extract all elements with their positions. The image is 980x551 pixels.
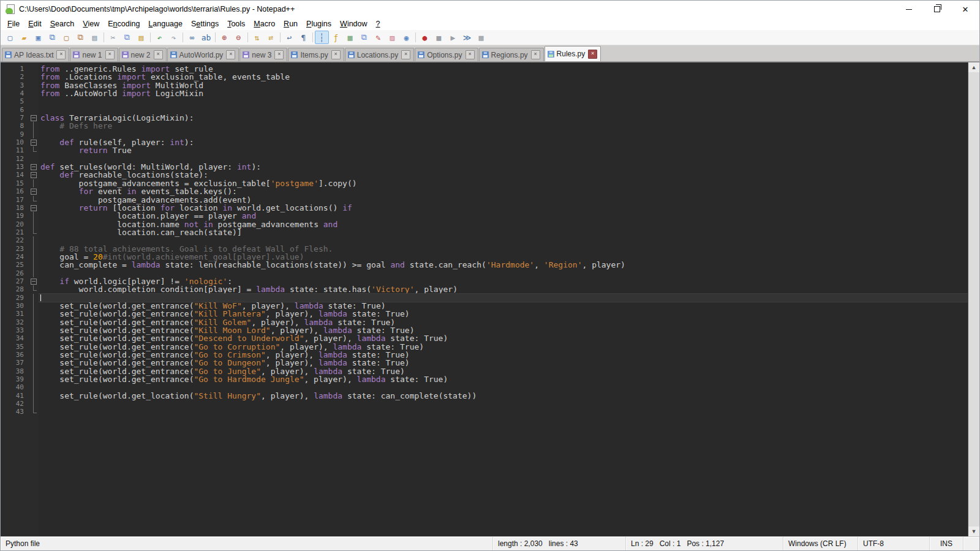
sync-vertical-icon[interactable]: ⇅ bbox=[250, 31, 264, 44]
code-line-30[interactable]: set_rule(world.get_entrance("Kill WoF", … bbox=[39, 302, 968, 310]
indent-guide-icon[interactable]: ┆ bbox=[315, 31, 329, 44]
code-line-28[interactable]: world.completion_condition[player] = lam… bbox=[39, 285, 968, 293]
menu-encoding[interactable]: Encoding bbox=[104, 18, 144, 29]
document-switcher-icon[interactable]: ⧉ bbox=[357, 31, 371, 44]
zoom-out-icon[interactable]: ⊖ bbox=[232, 31, 246, 44]
fold-marker[interactable] bbox=[29, 187, 39, 195]
code-line-9[interactable] bbox=[39, 130, 968, 138]
minimize-button[interactable] bbox=[895, 1, 923, 18]
tab-close-icon[interactable]: × bbox=[331, 50, 341, 59]
macro-play-icon[interactable]: ▶ bbox=[446, 31, 460, 44]
code-line-20[interactable]: location.name not in postgame_advancemen… bbox=[39, 220, 968, 228]
code-line-40[interactable] bbox=[39, 383, 968, 391]
tab-close-icon[interactable]: × bbox=[588, 50, 597, 59]
edit-marker-icon[interactable]: ✎ bbox=[371, 31, 385, 44]
code-line-41[interactable]: set_rule(world.get_location("Still Hungr… bbox=[39, 392, 968, 400]
tab-close-icon[interactable]: × bbox=[401, 50, 410, 59]
code-line-11[interactable]: return True bbox=[39, 146, 968, 154]
code-line-12[interactable] bbox=[39, 155, 968, 163]
code-line-17[interactable]: postgame_advancements.add(event) bbox=[39, 196, 968, 204]
code-line-3[interactable]: from BaseClasses import MultiWorld bbox=[39, 81, 968, 89]
tab-close-icon[interactable]: × bbox=[154, 50, 163, 59]
code-line-37[interactable]: set_rule(world.get_entrance("Go to Dunge… bbox=[39, 359, 968, 367]
fold-marker[interactable] bbox=[29, 277, 39, 285]
code-line-34[interactable]: set_rule(world.get_entrance("Descend to … bbox=[39, 334, 968, 342]
macro-run-multi-icon[interactable]: ≫ bbox=[460, 31, 474, 44]
code-line-1[interactable]: from ..generic.Rules import set_rule bbox=[39, 65, 968, 73]
document-map-icon[interactable]: ▦ bbox=[343, 31, 357, 44]
code-line-31[interactable]: set_rule(world.get_entrance("Kill Plante… bbox=[39, 310, 968, 318]
new-file-icon[interactable]: ▢ bbox=[3, 31, 17, 44]
code-line-7[interactable]: class TerrariaLogic(LogicMixin): bbox=[39, 114, 968, 122]
folder-workspace-icon[interactable]: ▨ bbox=[385, 31, 399, 44]
code-line-2[interactable]: from .Locations import exclusion_table, … bbox=[39, 73, 968, 81]
code-line-21[interactable]: location.can_reach(state)] bbox=[39, 228, 968, 236]
code-line-10[interactable]: def rule(self, player: int): bbox=[39, 138, 968, 146]
print-icon[interactable]: ▤ bbox=[88, 31, 102, 44]
tab-ap-ideas-txt[interactable]: AP Ideas.txt× bbox=[2, 48, 69, 61]
menu-language[interactable]: Language bbox=[144, 18, 187, 29]
tab-options-py[interactable]: Options.py× bbox=[415, 48, 478, 61]
save-icon[interactable]: ▣ bbox=[31, 31, 45, 44]
menu-tools[interactable]: Tools bbox=[223, 18, 249, 29]
code-line-38[interactable]: set_rule(world.get_entrance("Go to Jungl… bbox=[39, 367, 968, 375]
code-line-13[interactable]: def set_rules(world: MultiWorld, player:… bbox=[39, 163, 968, 171]
view-eye-icon[interactable]: ◉ bbox=[399, 31, 413, 44]
code-line-22[interactable] bbox=[39, 236, 968, 244]
paste-icon[interactable]: ▤ bbox=[134, 31, 148, 44]
menu-file[interactable]: File bbox=[3, 18, 24, 29]
tab-close-icon[interactable]: × bbox=[466, 50, 475, 59]
menu-settings[interactable]: Settings bbox=[187, 18, 223, 29]
code-line-15[interactable]: postgame_advancements = exclusion_table[… bbox=[39, 179, 968, 187]
find-icon[interactable]: ∞ bbox=[185, 31, 199, 44]
menu-plugins[interactable]: Plugins bbox=[302, 18, 336, 29]
open-folder-icon[interactable]: ▰ bbox=[17, 31, 31, 44]
code-line-16[interactable]: for event in events_table.keys(): bbox=[39, 187, 968, 195]
code-line-26[interactable] bbox=[39, 269, 968, 277]
sync-horizontal-icon[interactable]: ⇄ bbox=[264, 31, 278, 44]
fold-marker[interactable] bbox=[29, 163, 39, 171]
save-all-icon[interactable]: ⧉ bbox=[45, 31, 59, 44]
code-line-42[interactable] bbox=[39, 400, 968, 408]
tab-new-3[interactable]: new 3× bbox=[239, 48, 287, 61]
tab-locations-py[interactable]: Locations.py× bbox=[345, 48, 414, 61]
tab-new-1[interactable]: new 1× bbox=[70, 48, 118, 61]
tab-new-2[interactable]: new 2× bbox=[119, 48, 167, 61]
code-line-32[interactable]: set_rule(world.get_entrance("Kill Golem"… bbox=[39, 318, 968, 326]
code-line-8[interactable]: # Defs here bbox=[39, 122, 968, 130]
menu-view[interactable]: View bbox=[78, 18, 104, 29]
word-wrap-icon[interactable]: ↩ bbox=[282, 31, 296, 44]
menu-?[interactable]: ? bbox=[372, 18, 385, 29]
copy-icon[interactable]: ⧉ bbox=[120, 31, 134, 44]
tab-rules-py[interactable]: Rules.py× bbox=[545, 46, 601, 61]
close-all-icon[interactable]: ⧉ bbox=[74, 31, 88, 44]
cut-icon[interactable]: ✂ bbox=[106, 31, 120, 44]
replace-icon[interactable]: ab bbox=[199, 31, 213, 44]
undo-icon[interactable]: ↶ bbox=[153, 31, 167, 44]
show-all-chars-icon[interactable]: ¶ bbox=[296, 31, 311, 44]
tab-close-icon[interactable]: × bbox=[105, 50, 115, 59]
tab-items-py[interactable]: Items.py× bbox=[288, 48, 344, 61]
fold-marker[interactable] bbox=[29, 204, 39, 212]
code-line-27[interactable]: if world.logic[player] != 'nologic': bbox=[39, 277, 968, 285]
redo-icon[interactable]: ↷ bbox=[167, 31, 181, 44]
menu-window[interactable]: Window bbox=[336, 18, 371, 29]
code-line-25[interactable]: can_complete = lambda state: len(reachab… bbox=[39, 261, 968, 269]
fold-marker[interactable] bbox=[29, 171, 39, 179]
tab-close-icon[interactable]: × bbox=[531, 50, 540, 59]
code-line-43[interactable] bbox=[39, 408, 968, 416]
macro-record-icon[interactable]: ● bbox=[418, 31, 432, 44]
function-list-icon[interactable]: ƒ bbox=[329, 31, 343, 44]
code-line-24[interactable]: goal = 20#int(world.achievement_goal[pla… bbox=[39, 253, 968, 261]
code-line-36[interactable]: set_rule(world.get_entrance("Go to Crims… bbox=[39, 351, 968, 359]
code-line-29[interactable] bbox=[39, 294, 968, 302]
menu-edit[interactable]: Edit bbox=[24, 18, 46, 29]
zoom-in-icon[interactable]: ⊕ bbox=[217, 31, 232, 44]
tab-close-icon[interactable]: × bbox=[274, 50, 284, 59]
code-line-4[interactable]: from ..AutoWorld import LogicMixin bbox=[39, 89, 968, 97]
close-icon[interactable]: ▢ bbox=[59, 31, 74, 44]
code-line-35[interactable]: set_rule(world.get_entrance("Go to Corru… bbox=[39, 343, 968, 351]
fold-marker[interactable] bbox=[29, 114, 39, 122]
code-line-14[interactable]: def reachable_locations(state): bbox=[39, 171, 968, 179]
code-line-5[interactable] bbox=[39, 97, 968, 105]
